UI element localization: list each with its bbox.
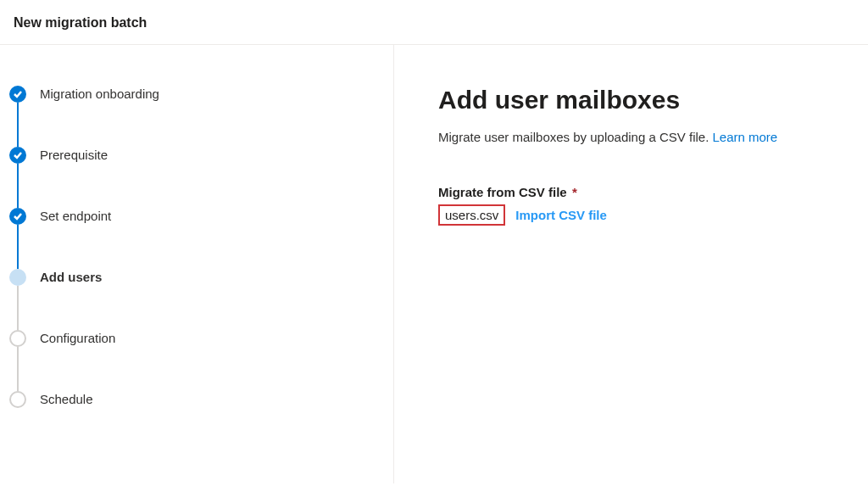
checkmark-icon [9,86,26,103]
step-label: Configuration [40,330,115,347]
file-row: users.csv Import CSV file [438,204,851,226]
current-step-icon [9,269,26,286]
pending-step-icon [9,391,26,408]
csv-field-label: Migrate from CSV file * [438,185,851,199]
main-description: Migrate user mailboxes by uploading a CS… [438,130,851,144]
learn-more-link[interactable]: Learn more [713,130,778,144]
step-label: Set endpoint [40,208,111,225]
selected-file-name: users.csv [438,204,505,226]
import-csv-button[interactable]: Import CSV file [515,208,607,222]
step-schedule[interactable]: Schedule [9,391,385,452]
step-connector [17,103,19,147]
step-set-endpoint[interactable]: Set endpoint [9,208,385,269]
header: New migration batch [0,0,868,45]
field-label-text: Migrate from CSV file [438,185,567,199]
step-connector [17,164,19,208]
page-title: New migration batch [14,15,854,31]
step-migration-onboarding[interactable]: Migration onboarding [9,86,385,147]
step-prerequisite[interactable]: Prerequisite [9,147,385,208]
required-indicator: * [572,185,577,199]
checkmark-icon [9,208,26,225]
description-text: Migrate user mailboxes by uploading a CS… [438,130,713,144]
step-connector [17,286,19,330]
step-label: Prerequisite [40,147,108,164]
content-wrap: Migration onboarding Prerequisite Set en… [0,45,868,483]
step-configuration[interactable]: Configuration [9,330,385,391]
step-connector [17,347,19,391]
step-label: Migration onboarding [40,86,159,103]
wizard-steps-sidebar: Migration onboarding Prerequisite Set en… [0,45,394,483]
step-label: Add users [40,269,102,286]
steps-list: Migration onboarding Prerequisite Set en… [9,86,385,452]
step-connector [17,225,19,269]
step-label: Schedule [40,391,93,408]
pending-step-icon [9,330,26,347]
checkmark-icon [9,147,26,164]
step-add-users[interactable]: Add users [9,269,385,330]
main-panel: Add user mailboxes Migrate user mailboxe… [394,45,868,483]
main-heading: Add user mailboxes [438,86,851,115]
